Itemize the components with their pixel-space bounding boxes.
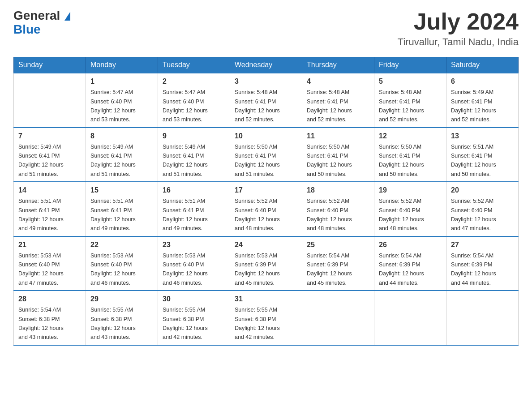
day-number: 12 bbox=[379, 131, 442, 141]
calendar-day-cell: 21Sunrise: 5:53 AMSunset: 6:40 PMDayligh… bbox=[14, 236, 86, 291]
calendar-day-cell bbox=[374, 291, 446, 345]
calendar-day-cell: 8Sunrise: 5:49 AMSunset: 6:41 PMDaylight… bbox=[86, 128, 158, 182]
calendar-day-cell: 2Sunrise: 5:47 AMSunset: 6:40 PMDaylight… bbox=[158, 73, 230, 128]
calendar-day-cell: 15Sunrise: 5:51 AMSunset: 6:41 PMDayligh… bbox=[86, 182, 158, 236]
day-number: 31 bbox=[235, 294, 297, 304]
day-number: 8 bbox=[90, 131, 153, 141]
day-number: 26 bbox=[379, 240, 442, 250]
calendar-day-cell: 20Sunrise: 5:52 AMSunset: 6:40 PMDayligh… bbox=[446, 182, 519, 236]
header-row: SundayMondayTuesdayWednesdayThursdayFrid… bbox=[14, 57, 519, 73]
day-of-week-header: Tuesday bbox=[158, 57, 230, 73]
day-sun-info: Sunrise: 5:48 AMSunset: 6:41 PMDaylight:… bbox=[379, 89, 424, 123]
day-sun-info: Sunrise: 5:54 AMSunset: 6:38 PMDaylight:… bbox=[18, 307, 64, 340]
day-number: 20 bbox=[451, 185, 514, 196]
day-of-week-header: Friday bbox=[374, 57, 446, 73]
day-number: 1 bbox=[90, 76, 153, 87]
day-of-week-header: Saturday bbox=[446, 57, 519, 73]
logo-triangle-icon bbox=[64, 12, 70, 21]
calendar-day-cell: 25Sunrise: 5:54 AMSunset: 6:39 PMDayligh… bbox=[302, 236, 374, 291]
calendar-day-cell: 16Sunrise: 5:51 AMSunset: 6:41 PMDayligh… bbox=[158, 182, 230, 236]
day-number: 23 bbox=[163, 240, 225, 250]
location-subtitle: Tiruvallur, Tamil Nadu, India bbox=[398, 36, 519, 48]
calendar-table: SundayMondayTuesdayWednesdayThursdayFrid… bbox=[13, 57, 519, 346]
day-number: 25 bbox=[307, 240, 369, 250]
day-sun-info: Sunrise: 5:50 AMSunset: 6:41 PMDaylight:… bbox=[235, 144, 280, 177]
day-sun-info: Sunrise: 5:50 AMSunset: 6:41 PMDaylight:… bbox=[379, 144, 424, 177]
title-block: July 2024 Tiruvallur, Tamil Nadu, India bbox=[398, 9, 519, 48]
day-number: 5 bbox=[379, 76, 442, 87]
day-number: 28 bbox=[18, 294, 81, 304]
day-number: 19 bbox=[379, 185, 442, 196]
calendar-body: 1Sunrise: 5:47 AMSunset: 6:40 PMDaylight… bbox=[14, 73, 519, 345]
day-number: 4 bbox=[307, 76, 369, 87]
day-number: 15 bbox=[90, 185, 153, 196]
day-number: 30 bbox=[163, 294, 225, 304]
calendar-day-cell: 29Sunrise: 5:55 AMSunset: 6:38 PMDayligh… bbox=[86, 291, 158, 345]
day-number: 9 bbox=[163, 131, 225, 141]
day-number: 6 bbox=[451, 76, 514, 87]
calendar-week-row: 21Sunrise: 5:53 AMSunset: 6:40 PMDayligh… bbox=[14, 236, 519, 291]
calendar-week-row: 14Sunrise: 5:51 AMSunset: 6:41 PMDayligh… bbox=[14, 182, 519, 236]
day-sun-info: Sunrise: 5:51 AMSunset: 6:41 PMDaylight:… bbox=[451, 144, 496, 177]
day-sun-info: Sunrise: 5:52 AMSunset: 6:40 PMDaylight:… bbox=[235, 198, 280, 231]
day-sun-info: Sunrise: 5:54 AMSunset: 6:39 PMDaylight:… bbox=[379, 253, 424, 286]
calendar-day-cell bbox=[302, 291, 374, 345]
day-sun-info: Sunrise: 5:55 AMSunset: 6:38 PMDaylight:… bbox=[163, 307, 208, 340]
day-sun-info: Sunrise: 5:52 AMSunset: 6:40 PMDaylight:… bbox=[307, 198, 352, 231]
day-sun-info: Sunrise: 5:52 AMSunset: 6:40 PMDaylight:… bbox=[379, 198, 424, 231]
day-sun-info: Sunrise: 5:52 AMSunset: 6:40 PMDaylight:… bbox=[451, 198, 496, 231]
day-of-week-header: Thursday bbox=[302, 57, 374, 73]
calendar-day-cell: 9Sunrise: 5:49 AMSunset: 6:41 PMDaylight… bbox=[158, 128, 230, 182]
day-of-week-header: Monday bbox=[86, 57, 158, 73]
calendar-day-cell bbox=[14, 73, 86, 128]
day-sun-info: Sunrise: 5:48 AMSunset: 6:41 PMDaylight:… bbox=[235, 89, 280, 123]
calendar-header: SundayMondayTuesdayWednesdayThursdayFrid… bbox=[14, 57, 519, 73]
calendar-day-cell: 3Sunrise: 5:48 AMSunset: 6:41 PMDaylight… bbox=[230, 73, 302, 128]
calendar-week-row: 28Sunrise: 5:54 AMSunset: 6:38 PMDayligh… bbox=[14, 291, 519, 345]
calendar-day-cell: 23Sunrise: 5:53 AMSunset: 6:40 PMDayligh… bbox=[158, 236, 230, 291]
day-sun-info: Sunrise: 5:49 AMSunset: 6:41 PMDaylight:… bbox=[18, 144, 64, 177]
day-sun-info: Sunrise: 5:51 AMSunset: 6:41 PMDaylight:… bbox=[18, 198, 64, 231]
day-sun-info: Sunrise: 5:53 AMSunset: 6:40 PMDaylight:… bbox=[90, 253, 136, 286]
day-number: 21 bbox=[18, 240, 81, 250]
day-number: 7 bbox=[18, 131, 81, 141]
day-number: 29 bbox=[90, 294, 153, 304]
calendar-day-cell: 26Sunrise: 5:54 AMSunset: 6:39 PMDayligh… bbox=[374, 236, 446, 291]
day-sun-info: Sunrise: 5:51 AMSunset: 6:41 PMDaylight:… bbox=[90, 198, 136, 231]
calendar-day-cell: 30Sunrise: 5:55 AMSunset: 6:38 PMDayligh… bbox=[158, 291, 230, 345]
day-number: 3 bbox=[235, 76, 297, 87]
day-number: 24 bbox=[235, 240, 297, 250]
day-of-week-header: Sunday bbox=[14, 57, 86, 73]
day-sun-info: Sunrise: 5:55 AMSunset: 6:38 PMDaylight:… bbox=[90, 307, 136, 340]
day-number: 17 bbox=[235, 185, 297, 196]
calendar-day-cell: 11Sunrise: 5:50 AMSunset: 6:41 PMDayligh… bbox=[302, 128, 374, 182]
month-year-title: July 2024 bbox=[398, 9, 519, 34]
calendar-day-cell: 5Sunrise: 5:48 AMSunset: 6:41 PMDaylight… bbox=[374, 73, 446, 128]
calendar-day-cell: 10Sunrise: 5:50 AMSunset: 6:41 PMDayligh… bbox=[230, 128, 302, 182]
calendar-day-cell: 19Sunrise: 5:52 AMSunset: 6:40 PMDayligh… bbox=[374, 182, 446, 236]
calendar-week-row: 7Sunrise: 5:49 AMSunset: 6:41 PMDaylight… bbox=[14, 128, 519, 182]
day-sun-info: Sunrise: 5:51 AMSunset: 6:41 PMDaylight:… bbox=[163, 198, 208, 231]
day-number: 13 bbox=[451, 131, 514, 141]
calendar-day-cell: 28Sunrise: 5:54 AMSunset: 6:38 PMDayligh… bbox=[14, 291, 86, 345]
day-sun-info: Sunrise: 5:53 AMSunset: 6:40 PMDaylight:… bbox=[18, 253, 64, 286]
day-sun-info: Sunrise: 5:55 AMSunset: 6:38 PMDaylight:… bbox=[235, 307, 280, 340]
day-sun-info: Sunrise: 5:54 AMSunset: 6:39 PMDaylight:… bbox=[307, 253, 352, 286]
day-sun-info: Sunrise: 5:53 AMSunset: 6:40 PMDaylight:… bbox=[163, 253, 208, 286]
day-sun-info: Sunrise: 5:49 AMSunset: 6:41 PMDaylight:… bbox=[451, 89, 496, 123]
day-number: 22 bbox=[90, 240, 153, 250]
day-number: 18 bbox=[307, 185, 369, 196]
day-number: 16 bbox=[163, 185, 225, 196]
day-sun-info: Sunrise: 5:48 AMSunset: 6:41 PMDaylight:… bbox=[307, 89, 352, 123]
calendar-day-cell: 22Sunrise: 5:53 AMSunset: 6:40 PMDayligh… bbox=[86, 236, 158, 291]
day-sun-info: Sunrise: 5:49 AMSunset: 6:41 PMDaylight:… bbox=[163, 144, 208, 177]
calendar-day-cell: 4Sunrise: 5:48 AMSunset: 6:41 PMDaylight… bbox=[302, 73, 374, 128]
calendar-day-cell: 6Sunrise: 5:49 AMSunset: 6:41 PMDaylight… bbox=[446, 73, 519, 128]
calendar-day-cell: 18Sunrise: 5:52 AMSunset: 6:40 PMDayligh… bbox=[302, 182, 374, 236]
logo: General Blue bbox=[13, 9, 70, 37]
day-sun-info: Sunrise: 5:49 AMSunset: 6:41 PMDaylight:… bbox=[90, 144, 136, 177]
day-number: 11 bbox=[307, 131, 369, 141]
calendar-day-cell: 7Sunrise: 5:49 AMSunset: 6:41 PMDaylight… bbox=[14, 128, 86, 182]
calendar-day-cell: 1Sunrise: 5:47 AMSunset: 6:40 PMDaylight… bbox=[86, 73, 158, 128]
day-number: 2 bbox=[163, 76, 225, 87]
